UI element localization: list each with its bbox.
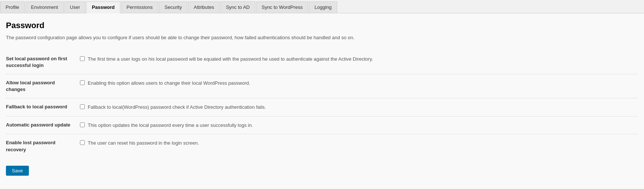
settings-row-4: Enable lost password recoveryThe user ca… (6, 134, 638, 158)
tab-user[interactable]: User (64, 1, 85, 13)
setting-control-2: Fallback to local(WordPress) password ch… (80, 104, 638, 111)
setting-description-0: The first time a user logs on his local … (88, 55, 373, 63)
tab-security[interactable]: Security (159, 1, 188, 13)
settings-row-2: Fallback to local passwordFallback to lo… (6, 98, 638, 116)
content-area: Password The password configuration page… (0, 13, 644, 189)
setting-description-3: This option updates the local password e… (88, 122, 253, 129)
page-title: Password (6, 21, 638, 30)
setting-control-1: Enabling this option allows users to cha… (80, 80, 638, 87)
tab-profile[interactable]: Profile (0, 1, 25, 13)
settings-row-1: Allow local password changesEnabling thi… (6, 74, 638, 98)
setting-description-1: Enabling this option allows users to cha… (88, 80, 250, 87)
tab-attributes[interactable]: Attributes (188, 1, 219, 13)
setting-label-4: Enable lost password recovery (6, 139, 80, 153)
tab-sync-to-wordpress[interactable]: Sync to WordPress (256, 1, 308, 13)
settings-row-0: Set local password on first successful l… (6, 50, 638, 74)
setting-checkbox-0[interactable] (80, 56, 85, 61)
save-button[interactable]: Save (6, 166, 29, 176)
setting-label-2: Fallback to local password (6, 104, 80, 110)
tab-permissions[interactable]: Permissions (121, 1, 158, 13)
setting-description-4: The user can reset his password in the l… (88, 139, 199, 147)
setting-control-0: The first time a user logs on his local … (80, 55, 638, 63)
setting-checkbox-3[interactable] (80, 122, 85, 127)
tab-logging[interactable]: Logging (309, 1, 337, 13)
tab-sync-to-ad[interactable]: Sync to AD (220, 1, 255, 13)
setting-checkbox-1[interactable] (80, 80, 85, 85)
tab-bar: ProfileEnvironmentUserPasswordPermission… (0, 0, 644, 13)
tab-password[interactable]: Password (86, 1, 120, 13)
settings-row-3: Automatic password updateThis option upd… (6, 116, 638, 134)
setting-checkbox-4[interactable] (80, 140, 85, 145)
page-description: The password configuration page allows y… (6, 34, 638, 41)
setting-checkbox-2[interactable] (80, 104, 85, 109)
setting-control-4: The user can reset his password in the l… (80, 139, 638, 147)
setting-label-0: Set local password on first successful l… (6, 55, 80, 69)
settings-list: Set local password on first successful l… (6, 50, 638, 158)
setting-label-1: Allow local password changes (6, 80, 80, 93)
setting-control-3: This option updates the local password e… (80, 122, 638, 129)
tab-environment[interactable]: Environment (26, 1, 64, 13)
setting-description-2: Fallback to local(WordPress) password ch… (88, 104, 266, 111)
setting-label-3: Automatic password update (6, 122, 80, 128)
